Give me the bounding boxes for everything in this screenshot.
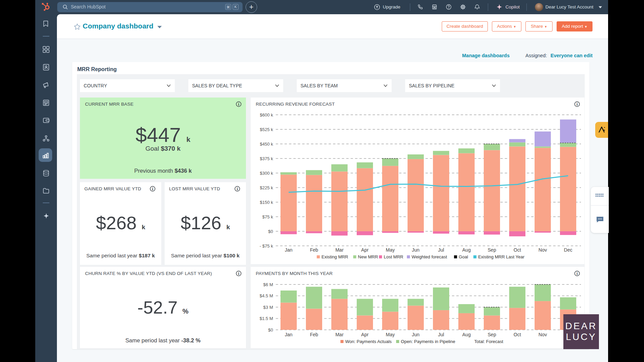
svg-text:Sep: Sep [488,332,496,337]
svg-text:Feb: Feb [310,332,318,337]
svg-text:Won: Payments Actuals: Won: Payments Actuals [345,339,392,344]
svg-text:$4.5 M: $4.5 M [259,293,273,298]
svg-text:Jun: Jun [412,332,420,337]
svg-text:Oct: Oct [514,247,521,253]
svg-text:Dec: Dec [564,247,573,253]
svg-text:$525 k: $525 k [260,127,273,132]
svg-text:$450 k: $450 k [260,142,273,147]
svg-text:$75 k: $75 k [262,214,273,219]
svg-text:Existing MRR Last Year: Existing MRR Last Year [478,254,524,259]
svg-text:$300 k: $300 k [260,171,273,176]
svg-text:Nov: Nov [539,332,547,337]
svg-text:Jun: Jun [412,247,420,253]
svg-text:Existing MRR: Existing MRR [321,254,348,259]
svg-text:i: i [152,187,153,191]
svg-text:$0: $0 [268,327,273,333]
svg-text:Jan: Jan [285,247,293,253]
svg-text:Jul: Jul [438,332,444,337]
svg-text:$1.5 M: $1.5 M [259,316,273,321]
svg-text:i: i [238,102,240,107]
svg-text:- $75 k: - $75 k [259,243,273,249]
svg-text:Feb: Feb [310,247,318,253]
svg-text:i: i [237,187,238,191]
svg-text:$600 k: $600 k [260,112,273,118]
svg-text:Mar: Mar [335,332,344,337]
svg-text:$225 k: $225 k [260,185,273,190]
svg-text:Sep: Sep [488,247,496,253]
svg-text:$3 M: $3 M [263,305,273,310]
svg-text:New MRR: New MRR [358,254,378,259]
svg-text:Weighted forecast: Weighted forecast [412,254,447,259]
svg-text:Apr: Apr [361,332,369,337]
svg-text:Aug: Aug [462,247,471,253]
svg-text:Apr: Apr [361,247,369,253]
svg-text:Total: Forecast: Total: Forecast [474,339,503,344]
svg-text:$150 k: $150 k [260,200,273,205]
svg-text:$6 M: $6 M [263,282,273,287]
svg-text:i: i [238,271,240,276]
svg-text:Open: Payments in Pipeline: Open: Payments in Pipeline [401,339,455,344]
svg-text:Oct: Oct [514,332,521,337]
svg-text:Aug: Aug [462,332,471,337]
svg-text:Jan: Jan [285,332,293,337]
svg-text:Mar: Mar [335,247,344,253]
svg-text:May: May [386,332,395,337]
svg-text:$0: $0 [268,229,273,234]
svg-text:Lost MRR: Lost MRR [384,254,403,259]
svg-text:$375 k: $375 k [260,156,273,161]
svg-text:May: May [386,247,395,253]
svg-text:Goal: Goal [459,254,468,259]
svg-text:Nov: Nov [539,247,547,253]
svg-text:Jul: Jul [438,247,444,253]
